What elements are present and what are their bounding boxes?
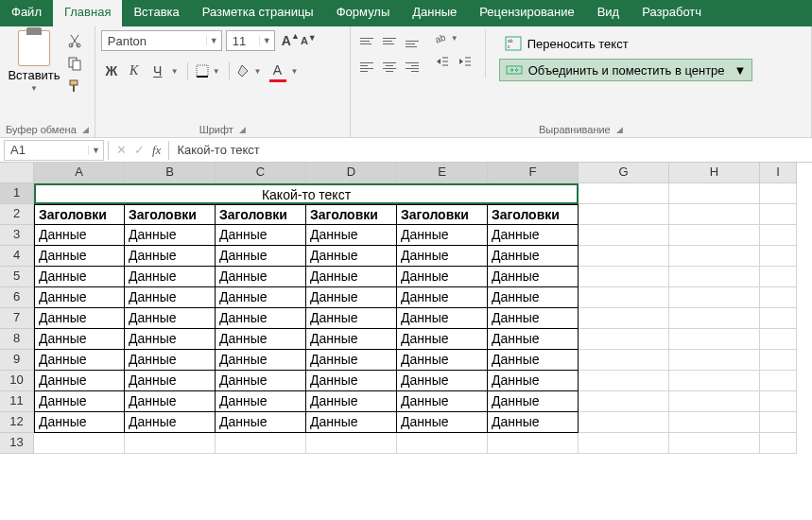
cell-C4[interactable]: Данные (216, 246, 306, 267)
cell-D3[interactable]: Данные (306, 225, 397, 246)
cell-H4[interactable] (669, 246, 760, 267)
increase-indent-button[interactable] (455, 51, 475, 72)
cell-C12[interactable]: Данные (216, 412, 306, 433)
font-dialog-launcher[interactable]: ◢ (239, 125, 246, 134)
row-header-1[interactable]: 1 (0, 183, 34, 204)
cut-button[interactable] (66, 32, 83, 49)
cell-H7[interactable] (669, 308, 760, 329)
cell-H10[interactable] (669, 371, 760, 391)
cell-G1[interactable] (579, 183, 669, 204)
cell-A8[interactable]: Данные (34, 329, 125, 350)
cell-D11[interactable]: Данные (306, 391, 397, 412)
insert-function-button[interactable]: fx (152, 143, 161, 158)
row-header-13[interactable]: 13 (0, 433, 34, 454)
cell-B12[interactable]: Данные (125, 412, 216, 433)
cell-G7[interactable] (579, 308, 669, 329)
row-header-3[interactable]: 3 (0, 225, 34, 246)
underline-button[interactable]: Ч ▼ (147, 61, 181, 81)
name-box[interactable]: A1 ▼ (4, 140, 104, 161)
paste-button[interactable]: Вставить ▼ (6, 30, 62, 93)
cell-E7[interactable]: Данные (397, 308, 488, 329)
cell-B10[interactable]: Данные (125, 371, 216, 391)
cell-I3[interactable] (760, 225, 797, 246)
chevron-down-icon[interactable]: ▼ (206, 36, 221, 45)
chevron-down-icon[interactable]: ▼ (288, 67, 302, 76)
cancel-formula-button[interactable]: ✕ (116, 143, 127, 157)
cell-E13[interactable] (397, 433, 488, 454)
cell-B3[interactable]: Данные (125, 225, 216, 246)
cell-H5[interactable] (669, 267, 760, 287)
row-header-4[interactable]: 4 (0, 246, 34, 267)
cell-G10[interactable] (579, 371, 669, 391)
cell-D8[interactable]: Данные (306, 329, 397, 350)
cell-F8[interactable]: Данные (488, 329, 579, 350)
cell-H3[interactable] (669, 225, 760, 246)
cell-E4[interactable]: Данные (397, 246, 488, 267)
cell-G4[interactable] (579, 246, 669, 267)
cell-I10[interactable] (760, 371, 797, 391)
cell-H6[interactable] (669, 287, 760, 308)
cell-G6[interactable] (579, 287, 669, 308)
col-header-E[interactable]: E (397, 163, 488, 183)
cell-D12[interactable]: Данные (306, 412, 397, 433)
cell-E6[interactable]: Данные (397, 287, 488, 308)
chevron-down-icon[interactable]: ▼ (251, 67, 265, 76)
cell-B11[interactable]: Данные (125, 391, 216, 412)
align-top-button[interactable] (356, 30, 377, 51)
cell-E10[interactable]: Данные (397, 371, 488, 391)
cell-A12[interactable]: Данные (34, 412, 125, 433)
bold-button[interactable]: Ж (101, 61, 122, 81)
cell-I9[interactable] (760, 350, 797, 371)
chevron-down-icon[interactable]: ▼ (168, 67, 181, 76)
cell-I1[interactable] (760, 183, 797, 204)
cell-F6[interactable]: Данные (488, 287, 579, 308)
cell-D9[interactable]: Данные (306, 350, 397, 371)
cell-H2[interactable] (669, 204, 760, 225)
cell-G11[interactable] (579, 391, 669, 412)
cell-F12[interactable]: Данные (488, 412, 579, 433)
cell-D2[interactable]: Заголовки (306, 204, 397, 225)
cell-H9[interactable] (669, 350, 760, 371)
menu-developer[interactable]: Разработч (631, 0, 713, 26)
cell-G8[interactable] (579, 329, 669, 350)
cell-A2[interactable]: Заголовки (34, 204, 125, 225)
menu-insert[interactable]: Вставка (122, 0, 190, 26)
row-header-7[interactable]: 7 (0, 308, 34, 329)
cell-C11[interactable]: Данные (216, 391, 306, 412)
cell-H13[interactable] (669, 433, 760, 454)
cell-C3[interactable]: Данные (216, 225, 306, 246)
row-header-2[interactable]: 2 (0, 204, 34, 225)
cell-I7[interactable] (760, 308, 797, 329)
align-right-button[interactable] (402, 57, 423, 78)
cell-B4[interactable]: Данные (125, 246, 216, 267)
cell-H1[interactable] (669, 183, 760, 204)
cell-F5[interactable]: Данные (488, 267, 579, 287)
chevron-down-icon[interactable]: ▼ (448, 34, 461, 43)
cell-E2[interactable]: Заголовки (397, 204, 488, 225)
align-left-button[interactable] (356, 57, 377, 78)
orientation-button[interactable]: ab ▼ (432, 30, 475, 45)
cell-I8[interactable] (760, 329, 797, 350)
cell-I11[interactable] (760, 391, 797, 412)
cell-F11[interactable]: Данные (488, 391, 579, 412)
cell-E9[interactable]: Данные (397, 350, 488, 371)
cell-A6[interactable]: Данные (34, 287, 125, 308)
italic-button[interactable]: К (124, 61, 145, 81)
fill-color-button[interactable]: ▼ (235, 63, 265, 78)
copy-button[interactable] (66, 55, 83, 72)
cell-F7[interactable]: Данные (488, 308, 579, 329)
increase-font-button[interactable]: A▲ (279, 33, 294, 48)
cell-A11[interactable]: Данные (34, 391, 125, 412)
chevron-down-icon[interactable]: ▼ (210, 67, 223, 76)
cell-E3[interactable]: Данные (397, 225, 488, 246)
col-header-D[interactable]: D (306, 163, 397, 183)
cell-A5[interactable]: Данные (34, 267, 125, 287)
menu-home[interactable]: Главная (53, 0, 122, 26)
cell-F2[interactable]: Заголовки (488, 204, 579, 225)
cell-B13[interactable] (125, 433, 216, 454)
cell-D13[interactable] (306, 433, 397, 454)
row-header-10[interactable]: 10 (0, 371, 34, 391)
col-header-F[interactable]: F (488, 163, 579, 183)
cell-I2[interactable] (760, 204, 797, 225)
cell-I13[interactable] (760, 433, 797, 454)
